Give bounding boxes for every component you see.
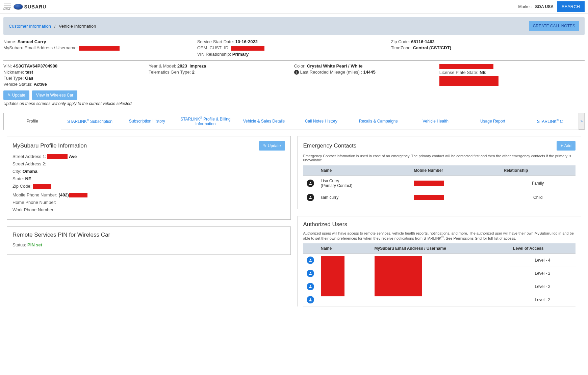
search-button[interactable]: SEARCH xyxy=(557,1,585,12)
profile-zip-label: Zip Code: xyxy=(12,184,31,189)
customer-info-section: Name: Samuel Curry MySubaru Email Addres… xyxy=(0,38,588,58)
redacted-mobile xyxy=(69,193,87,197)
person-icon xyxy=(307,180,314,187)
breadcrumb-current: Vehicle Information xyxy=(59,24,96,29)
authorized-users-table: Name MySubaru Email Address / Username L… xyxy=(303,243,576,306)
vin-relationship-label: VIN Relationship: xyxy=(197,52,231,57)
update-vehicle-button[interactable]: Update xyxy=(3,90,29,100)
emergency-contacts-card: Emergency Contacts Add Emergency Contact… xyxy=(298,136,582,209)
fuel-type-label: Fuel Type: xyxy=(3,76,24,81)
service-start-label: Service Start Date: xyxy=(197,39,234,44)
update-note: Updates on these screens will only apply… xyxy=(0,101,588,109)
telematics-value: 2 xyxy=(192,70,195,75)
nickname-value: test xyxy=(25,70,33,75)
redacted-addr1 xyxy=(47,154,68,159)
tab-call-notes-history[interactable]: Call Notes History xyxy=(292,113,350,130)
breadcrumb-link-customer-info[interactable]: Customer Information xyxy=(9,24,51,29)
profile-update-button[interactable]: Update xyxy=(259,141,285,151)
redacted-auth-names xyxy=(321,256,344,296)
divider xyxy=(3,60,585,61)
home-phone-label: Home Phone Number: xyxy=(12,200,56,205)
redacted-auth-emails xyxy=(375,256,422,296)
tab-vehicle-sales-details[interactable]: Vehicle & Sales Details xyxy=(235,113,292,130)
menu-button[interactable]: MENU xyxy=(3,3,11,11)
emergency-col-name: Name xyxy=(317,165,411,176)
work-phone-label: Work Phone Number: xyxy=(12,207,55,212)
breadcrumb-separator: / xyxy=(54,24,56,29)
nickname-label: Nickname: xyxy=(3,70,24,75)
vehicle-status-value: Active xyxy=(34,82,47,87)
oem-cust-id-label: OEM_CUST_ID: xyxy=(197,45,230,50)
person-icon xyxy=(307,270,314,277)
addr1-label: Street Address 1: xyxy=(12,154,46,159)
create-call-notes-button[interactable]: CREATE CALL NOTES xyxy=(529,21,579,31)
year-value: 2023 xyxy=(177,63,187,69)
tab-starlink-profile-billing[interactable]: STARLINK® Profile & BillingInformation xyxy=(176,113,235,130)
state-value: NE xyxy=(25,176,31,181)
vin-relationship-value: Primary xyxy=(232,52,249,57)
pencil-icon xyxy=(7,93,11,98)
tab-strip: Profile STARLINK® Subscription Subscript… xyxy=(3,113,585,130)
auth-col-level: Level of Access xyxy=(510,243,576,254)
service-start-value: 10-16-2022 xyxy=(235,39,258,44)
pin-card-title: Remote Services PIN for Wireless Car xyxy=(12,232,285,238)
redacted-zip xyxy=(33,184,51,189)
tab-usage-report[interactable]: Usage Report xyxy=(464,113,521,130)
vehicle-status-label: Vehicle Status: xyxy=(3,82,32,87)
redacted-mobile-1 xyxy=(414,181,444,186)
table-row[interactable]: sam curry Child xyxy=(303,191,576,204)
add-label: Add xyxy=(564,143,571,148)
tab-scroll-right-button[interactable]: > xyxy=(579,113,585,130)
svg-point-0 xyxy=(310,182,311,183)
person-icon xyxy=(307,257,314,264)
table-row[interactable]: Lisa Curry(Primary Contact) Family xyxy=(303,176,576,191)
info-icon[interactable]: i xyxy=(294,70,299,75)
update-label: Update xyxy=(12,93,25,98)
tab-subscription-history[interactable]: Subscription History xyxy=(119,113,176,130)
view-wireless-car-button[interactable]: View in Wireless Car xyxy=(32,90,77,100)
tab-profile[interactable]: Profile xyxy=(3,113,61,130)
redacted-mobile-2 xyxy=(414,195,444,200)
city-label: City: xyxy=(12,169,21,174)
addr2-label: Street Address 2: xyxy=(12,161,46,166)
pin-status-label: Status: xyxy=(12,242,26,247)
redacted-field-1 xyxy=(439,64,493,69)
profile-update-label: Update xyxy=(268,143,281,148)
tab-recalls-campaigns[interactable]: Recalls & Campaigns xyxy=(350,113,407,130)
brand-logo[interactable]: SUBARU xyxy=(14,4,47,10)
profile-info-card: MySubaru Profile Information Update Stre… xyxy=(7,136,291,220)
tabs-container: Profile STARLINK® Subscription Subscript… xyxy=(3,113,585,310)
zip-label: Zip Code: xyxy=(391,39,410,44)
person-icon xyxy=(307,296,314,303)
hamburger-icon xyxy=(4,3,11,7)
market-value: SOA USA xyxy=(535,4,554,9)
tab-starlink-subscription[interactable]: STARLINK® Subscription xyxy=(61,113,118,130)
contact-relationship: Family xyxy=(500,176,576,191)
emergency-col-relationship: Relationship xyxy=(500,165,576,176)
menu-label: MENU xyxy=(3,8,11,11)
vin-value: 4S3GTAV64P3704980 xyxy=(13,63,57,69)
subaru-star-icon xyxy=(14,4,23,10)
market-label: Market: xyxy=(518,4,532,9)
redacted-field-2 xyxy=(439,76,498,86)
topbar: MENU SUBARU Market: SOA USA SEARCH xyxy=(0,0,588,14)
vehicle-info-section: VIN: 4S3GTAV64P3704980 Nickname: test Fu… xyxy=(0,63,588,88)
addr1-suffix: Ave xyxy=(69,154,77,159)
svg-point-2 xyxy=(310,259,311,260)
tab-vehicle-health[interactable]: Vehicle Health xyxy=(407,113,464,130)
timezone-value: Central (CST/CDT) xyxy=(413,45,451,50)
plate-state-value: NE xyxy=(480,70,486,75)
tab-panel-profile: MySubaru Profile Information Update Stre… xyxy=(3,130,585,310)
auth-desc: Authorized users will have access to rem… xyxy=(303,231,576,240)
color-label: Color: xyxy=(294,63,306,69)
add-emergency-contact-button[interactable]: Add xyxy=(557,141,576,151)
breadcrumb-bar: Customer Information / Vehicle Informati… xyxy=(3,17,585,35)
contact-relationship: Child xyxy=(500,191,576,204)
table-row[interactable]: Level - 4 xyxy=(303,254,576,267)
svg-point-4 xyxy=(310,285,311,287)
zip-value: 68116-1462 xyxy=(411,39,434,44)
auth-col-icon xyxy=(303,243,317,254)
tab-starlink-c[interactable]: STARLINK® C xyxy=(521,113,579,130)
profile-card-title: MySubaru Profile Information xyxy=(12,142,87,149)
color-value: Crystal White Pearl / White xyxy=(307,63,363,69)
